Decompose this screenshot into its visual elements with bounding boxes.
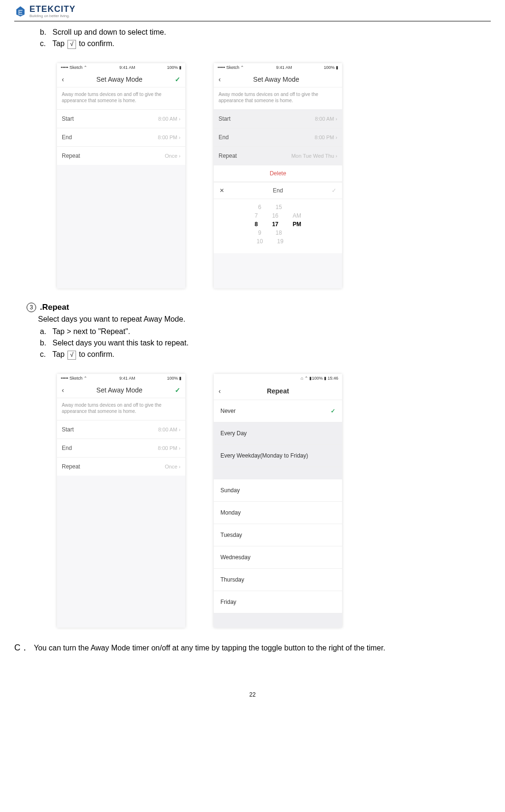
- row-value: Once ›: [165, 464, 181, 469]
- screen-title: Repeat: [267, 387, 289, 395]
- page-header: ETEKCITY Building on better living.: [14, 0, 491, 21]
- divider: [214, 467, 342, 479]
- row-end[interactable]: End 8:00 PM ›: [57, 128, 185, 146]
- blank-area: [57, 476, 185, 628]
- step-b: b. Scroll up and down to select time.: [38, 28, 491, 37]
- time-picker[interactable]: 615 716AM 817PM 918 1019: [214, 199, 342, 253]
- step-text-suffix: to confirm.: [79, 39, 114, 48]
- option-every-weekday[interactable]: Every Weekday(Monday to Friday): [214, 445, 342, 467]
- confirm-icon[interactable]: ✓: [175, 76, 181, 83]
- option-label: Monday: [220, 509, 241, 516]
- back-icon[interactable]: ‹: [219, 76, 221, 83]
- row-label: Start: [62, 115, 74, 122]
- status-time: 9:41 AM: [276, 65, 292, 70]
- option-sunday[interactable]: Sunday: [214, 479, 342, 502]
- row-end[interactable]: End 8:00 PM ›: [57, 439, 185, 457]
- screen-subtitle: Away mode turns devices on and off to gi…: [57, 87, 185, 109]
- step-letter: a.: [40, 327, 50, 336]
- row-repeat[interactable]: Repeat Once ›: [57, 457, 185, 476]
- step-text-prefix: Tap: [52, 39, 65, 48]
- back-icon[interactable]: ‹: [219, 387, 221, 395]
- step-text: Tap > next to "Repeat".: [52, 327, 130, 335]
- row-label: Start: [219, 115, 230, 122]
- confirm-icon[interactable]: ✓: [175, 386, 181, 394]
- row-label: Repeat: [219, 153, 237, 159]
- option-label: Friday: [220, 599, 236, 605]
- row-value: 8:00 PM ›: [314, 134, 337, 140]
- step-letter: c.: [40, 350, 50, 359]
- row-end[interactable]: End 8:00 PM ›: [214, 128, 342, 146]
- step-letter: c.: [40, 39, 50, 48]
- section-description: Select days you want to repeat Away Mode…: [38, 315, 491, 324]
- row-value: 8:00 AM ›: [158, 427, 181, 432]
- option-friday[interactable]: Friday: [214, 591, 342, 613]
- status-battery: 100% ▮: [167, 376, 181, 381]
- back-icon[interactable]: ‹: [62, 76, 64, 83]
- status-time: 9:41 AM: [119, 376, 135, 381]
- option-monday[interactable]: Monday: [214, 502, 342, 524]
- section-number-icon: 3: [27, 303, 36, 312]
- row-label: End: [62, 445, 72, 451]
- screen-title: Set Away Mode: [253, 76, 299, 83]
- row-label: Repeat: [62, 463, 80, 470]
- back-icon[interactable]: ‹: [62, 386, 64, 394]
- status-time: 9:41 AM: [119, 65, 135, 70]
- brand-logo: ETEKCITY Building on better living.: [14, 5, 76, 18]
- note-text: You can turn the Away Mode timer on/off …: [34, 644, 385, 652]
- row-start[interactable]: Start 8:00 AM ›: [57, 420, 185, 439]
- screen-subtitle: Away mode turns devices on and off to gi…: [57, 398, 185, 420]
- page-number: 22: [14, 691, 491, 698]
- row-label: End: [219, 134, 229, 141]
- etekcity-logo-icon: [14, 5, 27, 18]
- option-thursday[interactable]: Thursday: [214, 569, 342, 591]
- option-label: Sunday: [220, 487, 240, 494]
- option-never[interactable]: Never ✓: [214, 400, 342, 422]
- status-carrier: ••••• Sketch ⌃: [218, 65, 244, 70]
- step-text-prefix: Tap: [52, 350, 65, 358]
- row-value: Once ›: [165, 153, 181, 159]
- row-value: 8:00 PM ›: [158, 134, 181, 140]
- checkmark-icon: √: [67, 40, 76, 49]
- row-repeat[interactable]: Repeat Mon Tue Wed Thu ›: [214, 146, 342, 165]
- status-battery: 100% ▮: [167, 65, 181, 70]
- option-label: Never: [220, 408, 236, 414]
- row-start[interactable]: Start 8:00 AM ›: [214, 109, 342, 128]
- brand-tagline: Building on better living.: [29, 14, 76, 18]
- confirm-icon[interactable]: ✓: [332, 187, 336, 194]
- step-c: c. Tap √ to confirm.: [38, 350, 491, 360]
- option-label: Thursday: [220, 576, 244, 583]
- brand-name: ETEKCITY: [29, 5, 76, 13]
- status-carrier: ••••• Sketch ⌃: [61, 65, 87, 70]
- row-value: 8:00 AM ›: [315, 116, 337, 122]
- option-label: Every Day: [220, 430, 247, 437]
- step-text: Select days you want this task to repeat…: [52, 339, 188, 347]
- screenshot-time-picker: ••••• Sketch ⌃ 9:41 AM 100% ▮ ‹ Set Away…: [214, 63, 342, 288]
- row-value: Mon Tue Wed Thu ›: [291, 153, 337, 159]
- step-text-suffix: to confirm.: [79, 350, 114, 358]
- row-value: 8:00 AM ›: [158, 116, 181, 122]
- step-a: a. Tap > next to "Repeat".: [38, 327, 491, 336]
- option-every-day[interactable]: Every Day: [214, 422, 342, 445]
- option-wednesday[interactable]: Wednesday: [214, 546, 342, 569]
- option-label: Tuesday: [220, 532, 242, 538]
- step-text: Scroll up and down to select time.: [52, 28, 166, 36]
- checkmark-icon: ✓: [331, 408, 335, 414]
- section-repeat-heading: 3 .Repeat: [27, 303, 491, 312]
- option-label: Every Weekday(Monday to Friday): [220, 452, 308, 459]
- row-value: 8:00 PM ›: [158, 445, 181, 451]
- screen-title: Set Away Mode: [96, 76, 143, 83]
- delete-button[interactable]: Delete: [214, 165, 342, 182]
- picker-title: End: [273, 187, 283, 194]
- option-tuesday[interactable]: Tuesday: [214, 524, 342, 546]
- status-bar: ⌂ ⌃ ▮100% ▮ 15:46: [301, 376, 338, 381]
- row-label: End: [62, 134, 72, 141]
- blank-area: [57, 165, 185, 288]
- screen-title: Set Away Mode: [96, 386, 143, 394]
- close-icon[interactable]: ✕: [219, 187, 224, 194]
- screen-subtitle: Away mode turns devices on and off to gi…: [214, 87, 342, 109]
- row-repeat[interactable]: Repeat Once ›: [57, 146, 185, 165]
- step-b: b. Select days you want this task to rep…: [38, 339, 491, 347]
- note-label: C．: [14, 643, 29, 652]
- row-start[interactable]: Start 8:00 AM ›: [57, 109, 185, 128]
- step-c: c. Tap √ to confirm.: [38, 39, 491, 49]
